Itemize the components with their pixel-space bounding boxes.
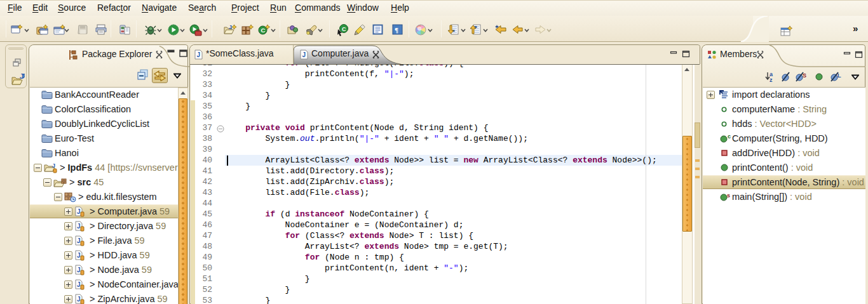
svg-text:J: J: [77, 237, 81, 244]
svg-text:J: J: [77, 208, 81, 215]
svg-text:c: c: [728, 134, 731, 140]
svg-text:J: J: [302, 51, 306, 58]
svg-text:C: C: [261, 27, 266, 34]
svg-text:s: s: [727, 192, 730, 199]
svg-text:J: J: [77, 296, 81, 303]
svg-text:J: J: [229, 24, 232, 30]
svg-text:J: J: [77, 267, 81, 274]
svg-text:J: J: [77, 252, 81, 259]
svg-text:S: S: [803, 72, 806, 79]
svg-text:J: J: [52, 162, 55, 169]
svg-text:J: J: [77, 223, 81, 230]
svg-text:J: J: [20, 73, 24, 80]
svg-text:J: J: [197, 51, 201, 58]
svg-text:z: z: [770, 77, 773, 83]
svg-text:C: C: [342, 26, 346, 32]
svg-text:L: L: [837, 72, 841, 79]
svg-text:J: J: [77, 281, 81, 288]
svg-text:¶: ¶: [395, 26, 398, 34]
